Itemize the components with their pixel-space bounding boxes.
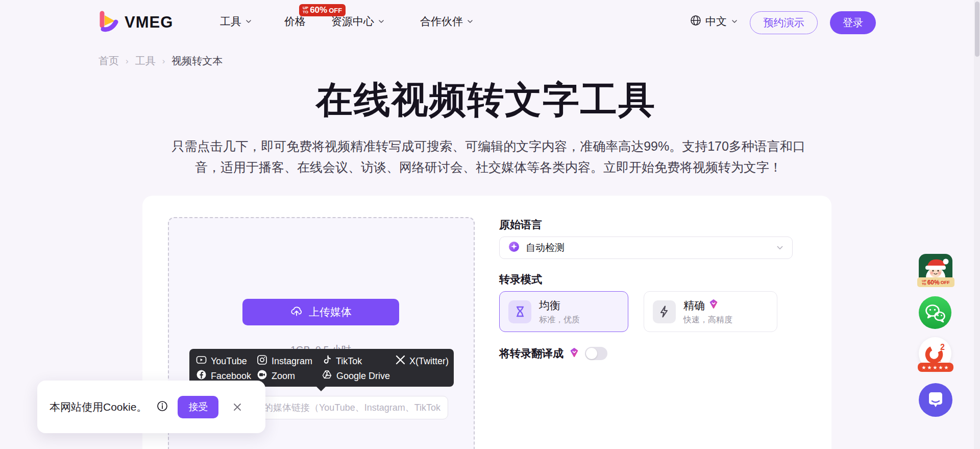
logo-text: VMEG [125,13,173,32]
chevron-down-icon [731,18,738,25]
book-demo-button[interactable]: 预约演示 [750,11,818,34]
chat-messenger-widget[interactable] [919,383,953,419]
source-language-value: 自动检测 [526,241,770,254]
breadcrumb-current: 视频转文本 [172,54,223,68]
platform-facebook[interactable]: Facebook [196,370,251,382]
wechat-widget[interactable] [919,296,953,331]
translate-row: 将转录翻译成 [499,346,607,361]
platform-instagram[interactable]: Instagram [257,356,312,367]
mode-balanced-title: 均衡 [539,298,560,313]
page-description: 只需点击几下，即可免费将视频精准转写成可搜索、可编辑的文字内容，准确率高达99%… [159,136,818,177]
nav-pricing-label: 价格 [284,14,306,29]
language-selector[interactable]: 中文 [690,14,738,29]
transcription-mode-label: 转录模式 [499,272,542,287]
source-language-label: 原始语言 [499,218,542,232]
youtube-icon [196,355,207,368]
logo[interactable]: VMEG [98,10,173,35]
svg-text:2: 2 [940,343,945,351]
nav-resources-label: 资源中心 [331,14,374,29]
scrollbar-track[interactable] [974,0,980,449]
breadcrumb-tools[interactable]: 工具 [135,54,156,68]
santa-discount-badge: UPTO 60% OFF [917,277,954,287]
platform-youtube[interactable]: YouTube [196,356,247,367]
nav-partners-label: 合作伙伴 [420,14,463,29]
g2-reviews-widget[interactable]: 2 ★★★★★ [919,337,953,370]
wechat-icon [919,322,951,330]
nav-resources[interactable]: 资源中心 [331,13,385,30]
upload-media-button[interactable]: 上传媒体 [242,299,399,325]
google-drive-icon [322,369,332,383]
nav-partners[interactable]: 合作伙伴 [420,13,474,30]
source-language-select[interactable]: 自动检测 [499,237,793,259]
chevron-down-icon [245,18,252,25]
nav-tools-label: 工具 [220,14,241,29]
mode-balanced-subtitle: 标准，优质 [539,315,580,325]
chevron-right-icon: › [126,56,129,66]
chat-bubble-icon [919,410,952,418]
mode-precise[interactable]: 精确 快速，高精度 [644,291,777,332]
vmeg-logo-icon [98,10,119,35]
mode-balanced[interactable]: 均衡 标准，优质 [499,291,628,332]
chevron-down-icon [776,244,784,252]
header: VMEG 工具 价格 UPTO 60% OFF 资源中心 合作伙伴 中文 [0,0,980,47]
breadcrumb: 首页 › 工具 › 视频转文本 [99,54,223,68]
mode-precise-title: 精确 [683,298,705,313]
platform-zoom[interactable]: Zoom [257,370,295,382]
chevron-right-icon: › [162,56,165,66]
toggle-knob [586,348,597,359]
breadcrumb-home[interactable]: 首页 [99,54,119,68]
translate-toggle[interactable] [585,347,607,360]
lightning-icon [653,300,676,323]
platform-google-drive[interactable]: Google Drive [322,370,390,382]
language-label: 中文 [705,14,727,29]
cloud-upload-icon [290,304,303,320]
tooltip-pointer [316,386,326,391]
accept-cookies-button[interactable]: 接受 [178,396,218,418]
platform-tiktok[interactable]: TikTok [322,356,362,367]
globe-icon [690,15,701,29]
login-button[interactable]: 登录 [830,11,876,34]
page: VMEG 工具 价格 UPTO 60% OFF 资源中心 合作伙伴 中文 [0,0,980,449]
chevron-down-icon [467,18,474,25]
page-title: 在线视频转文字工具 [0,76,972,125]
upload-media-label: 上传媒体 [309,305,352,319]
tiktok-icon [322,355,332,368]
christmas-promo-widget[interactable]: UPTO 60% OFF [919,254,953,288]
pro-gem-icon [569,347,579,360]
close-icon[interactable] [232,402,242,412]
scrollbar-thumb[interactable] [975,2,979,57]
auto-detect-sparkle-icon [508,241,520,255]
nav-tools[interactable]: 工具 [220,13,252,30]
cookie-banner: 本网站使用Cookie。 接受 [37,381,265,433]
pro-gem-icon [708,299,719,312]
chevron-down-icon [378,18,385,25]
platform-x-twitter[interactable]: X(Twitter) [396,356,449,367]
info-icon[interactable] [157,400,168,414]
hourglass-icon [508,300,531,323]
translate-label: 将转录翻译成 [499,346,564,361]
instagram-icon [257,355,267,368]
g2-stars: ★★★★★ [918,363,953,372]
x-twitter-icon [396,355,405,367]
cookie-text: 本网站使用Cookie。 [50,400,147,414]
mode-precise-subtitle: 快速，高精度 [683,315,732,325]
